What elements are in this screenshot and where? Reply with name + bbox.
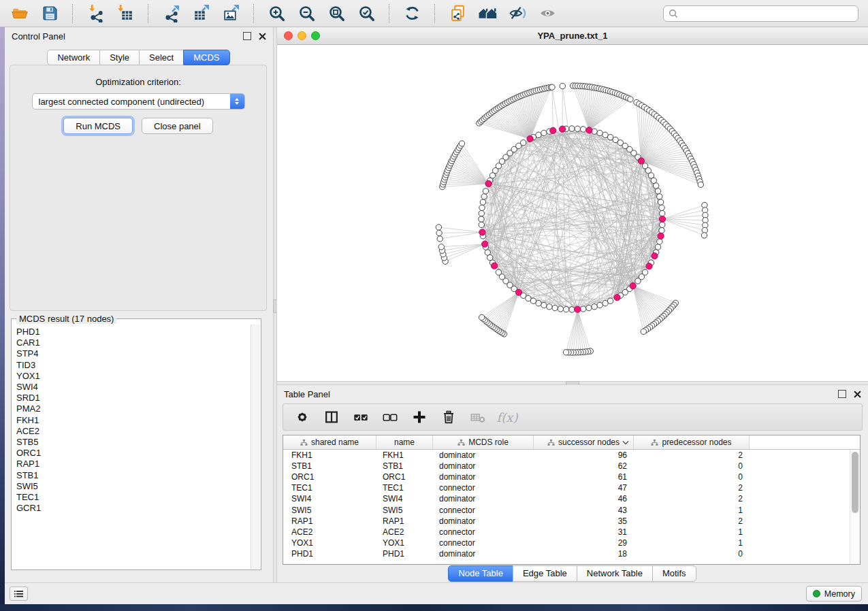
close-window-icon[interactable] bbox=[284, 31, 293, 40]
mcds-result-item[interactable]: RAP1 bbox=[16, 459, 251, 469]
tab-mcds[interactable]: MCDS bbox=[183, 50, 229, 65]
graph-mcds-node[interactable] bbox=[550, 127, 556, 133]
run-mcds-button[interactable]: Run MCDS bbox=[63, 118, 133, 134]
graph-satellite-node[interactable] bbox=[563, 350, 568, 355]
graph-node[interactable] bbox=[481, 194, 487, 199]
graph-mcds-node[interactable] bbox=[586, 127, 592, 133]
graph-mcds-node[interactable] bbox=[515, 289, 521, 295]
graph-node[interactable] bbox=[558, 306, 563, 312]
graph-mcds-node[interactable] bbox=[479, 229, 485, 235]
mcds-result-item[interactable]: ORC1 bbox=[16, 448, 251, 459]
network-canvas[interactable] bbox=[277, 45, 868, 381]
mcds-result-item[interactable]: TEC1 bbox=[16, 492, 251, 503]
close-panel-icon[interactable] bbox=[854, 391, 861, 398]
minimize-window-icon[interactable] bbox=[298, 31, 306, 40]
table-row[interactable]: ORC1ORC1dominator610 bbox=[283, 472, 850, 482]
graph-mcds-node[interactable] bbox=[614, 295, 620, 301]
graph-mcds-node[interactable] bbox=[575, 306, 581, 312]
graph-node[interactable] bbox=[657, 194, 662, 199]
export-network-button[interactable] bbox=[158, 3, 184, 24]
show-all-button[interactable] bbox=[475, 3, 501, 24]
graph-satellite-node[interactable] bbox=[436, 225, 441, 230]
graph-node[interactable] bbox=[659, 205, 664, 210]
graph-node[interactable] bbox=[479, 222, 484, 227]
graph-node[interactable] bbox=[563, 307, 568, 312]
table-scrollbar[interactable] bbox=[850, 450, 860, 564]
scrollbar-thumb[interactable] bbox=[852, 452, 858, 513]
table-row[interactable]: PHD1PHD1dominator180 bbox=[283, 548, 850, 559]
tab-network-table[interactable]: Network Table bbox=[577, 565, 653, 582]
graph-node[interactable] bbox=[586, 305, 592, 310]
graph-node[interactable] bbox=[480, 199, 485, 205]
graph-node[interactable] bbox=[479, 216, 484, 222]
task-history-button[interactable] bbox=[10, 587, 28, 601]
graph-satellite-node[interactable] bbox=[436, 230, 442, 235]
column-header-shared-name[interactable]: shared name bbox=[283, 435, 376, 449]
graph-mcds-node[interactable] bbox=[560, 126, 566, 132]
graph-node[interactable] bbox=[483, 188, 488, 194]
graph-node[interactable] bbox=[597, 302, 602, 308]
graph-satellite-node[interactable] bbox=[560, 83, 565, 88]
export-image-button[interactable] bbox=[218, 3, 244, 24]
column-header-name[interactable]: name bbox=[376, 435, 433, 449]
graph-node[interactable] bbox=[655, 244, 660, 250]
mcds-result-item[interactable]: ACE2 bbox=[16, 426, 251, 437]
mcds-result-item[interactable]: PHD1 bbox=[16, 327, 251, 337]
graph-node[interactable] bbox=[496, 269, 501, 275]
mcds-list-scrollbar[interactable] bbox=[251, 325, 260, 569]
close-panel-button[interactable]: Close panel bbox=[142, 118, 213, 134]
graph-mcds-node[interactable] bbox=[646, 263, 652, 269]
table-settings-button[interactable] bbox=[293, 408, 311, 426]
hide-selected-button[interactable] bbox=[504, 3, 531, 24]
select-all-button[interactable] bbox=[352, 408, 370, 426]
mcds-result-item[interactable]: STP4 bbox=[16, 348, 251, 359]
graph-node[interactable] bbox=[552, 305, 558, 310]
import-network-button[interactable] bbox=[82, 3, 109, 24]
graph-node[interactable] bbox=[660, 222, 665, 227]
graph-satellite-node[interactable] bbox=[641, 329, 646, 334]
mcds-result-item[interactable]: CAR1 bbox=[16, 337, 251, 348]
tab-node-table[interactable]: Node Table bbox=[448, 565, 513, 582]
graph-node[interactable] bbox=[536, 132, 541, 137]
graph-mcds-node[interactable] bbox=[482, 241, 488, 247]
float-panel-icon[interactable] bbox=[243, 32, 251, 40]
graph-mcds-node[interactable] bbox=[485, 180, 492, 186]
graph-node[interactable] bbox=[541, 130, 547, 135]
delete-table-button[interactable] bbox=[469, 408, 487, 426]
column-header-successor-nodes[interactable]: successor nodes bbox=[534, 435, 634, 449]
export-table-button[interactable] bbox=[188, 3, 214, 24]
mcds-result-item[interactable]: STB1 bbox=[16, 470, 251, 481]
table-row[interactable]: RAP1RAP1dominator352 bbox=[283, 516, 850, 527]
graph-node[interactable] bbox=[479, 205, 485, 210]
graph-node[interactable] bbox=[654, 183, 659, 188]
graph-node[interactable] bbox=[657, 239, 662, 244]
graph-node[interactable] bbox=[602, 301, 608, 306]
zoom-fit-button[interactable] bbox=[323, 3, 350, 24]
graph-mcds-node[interactable] bbox=[638, 158, 644, 164]
graph-node[interactable] bbox=[569, 126, 575, 131]
graph-node[interactable] bbox=[592, 304, 597, 310]
graph-node[interactable] bbox=[569, 307, 575, 312]
graph-satellite-node[interactable] bbox=[437, 236, 443, 242]
graph-mcds-node[interactable] bbox=[659, 216, 665, 222]
delete-column-button[interactable] bbox=[440, 408, 457, 426]
show-hidden-button[interactable] bbox=[534, 3, 561, 24]
tab-motifs[interactable]: Motifs bbox=[652, 565, 696, 582]
graph-mcds-node[interactable] bbox=[630, 283, 636, 289]
graph-node[interactable] bbox=[581, 306, 586, 312]
tab-edge-table[interactable]: Edge Table bbox=[513, 565, 577, 582]
graph-node[interactable] bbox=[658, 199, 663, 205]
graph-mcds-node[interactable] bbox=[492, 263, 498, 269]
function-builder-button[interactable]: f(x) bbox=[498, 408, 516, 426]
clone-network-button[interactable] bbox=[445, 3, 471, 24]
memory-button[interactable]: Memory bbox=[806, 586, 862, 601]
graph-mcds-node[interactable] bbox=[527, 135, 533, 142]
table-row[interactable]: SWI4SWI4dominator462 bbox=[283, 493, 850, 504]
mcds-result-item[interactable]: FKH1 bbox=[16, 415, 251, 426]
graph-node[interactable] bbox=[479, 210, 484, 216]
save-session-button[interactable] bbox=[37, 3, 63, 24]
graph-node[interactable] bbox=[541, 302, 547, 308]
table-row[interactable]: ACE2ACE2connector311 bbox=[283, 527, 850, 538]
graph-node[interactable] bbox=[521, 140, 526, 146]
graph-satellite-node[interactable] bbox=[698, 182, 703, 187]
